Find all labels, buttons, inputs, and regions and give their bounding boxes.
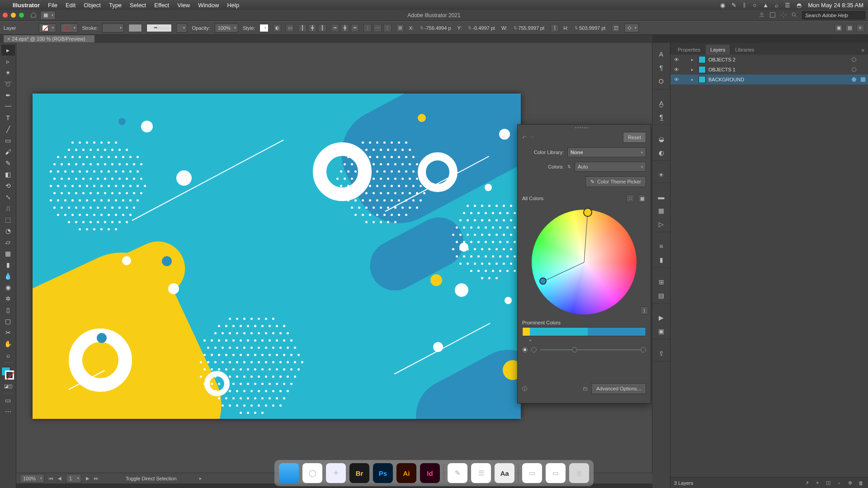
line-tool-icon[interactable]: ╱ xyxy=(1,124,15,135)
dock-doc1-icon[interactable]: ▭ xyxy=(522,463,542,483)
opentype-panel-icon[interactable]: O xyxy=(656,76,666,86)
menu-edit[interactable]: Edit xyxy=(66,2,75,9)
appearance-panel-icon[interactable]: ◒ xyxy=(656,134,666,144)
align-hcenter-icon[interactable]: ╋ xyxy=(308,24,316,32)
delete-layer-icon[interactable]: 🗑 xyxy=(857,479,864,487)
menu-effect[interactable]: Effect xyxy=(154,2,169,9)
menu-window[interactable]: Window xyxy=(198,2,219,9)
tab-properties[interactable]: Properties xyxy=(673,45,705,55)
stroke-weight-input[interactable] xyxy=(102,23,124,33)
eraser-tool-icon[interactable]: ◧ xyxy=(1,169,15,180)
direct-selection-tool-icon[interactable]: ▹ xyxy=(1,56,15,67)
transform-icon[interactable]: ⊞ xyxy=(396,24,404,32)
window-maximize[interactable] xyxy=(19,13,24,18)
target-icon[interactable] xyxy=(852,57,856,62)
align-left-icon[interactable]: ┃ xyxy=(298,24,307,32)
prominent-color-segment[interactable] xyxy=(530,328,588,336)
opacity-input[interactable]: 100% xyxy=(215,23,238,33)
edit-toolbar-icon[interactable]: ⋯ xyxy=(1,406,15,417)
dock-photoshop-icon[interactable]: Ps xyxy=(373,463,393,483)
para-styles-panel-icon[interactable]: ¶̲ xyxy=(656,112,666,122)
swatches-panel-icon[interactable]: ▦ xyxy=(656,206,666,216)
color-library-dropdown[interactable]: None xyxy=(567,147,646,157)
shape-props-icon[interactable]: ◫ xyxy=(612,24,620,32)
dock-textedit-icon[interactable]: ✎ xyxy=(448,463,467,483)
rectangle-tool-icon[interactable]: ▭ xyxy=(1,135,15,146)
artboard-next-icon[interactable]: ▶ xyxy=(86,476,90,481)
corner-dropdown[interactable]: ◇ xyxy=(624,23,639,33)
artboard-nav-input[interactable]: 1 xyxy=(66,474,81,483)
layer-expand-icon[interactable]: ▸ xyxy=(691,67,696,72)
panel-menu-icon[interactable]: ≡ xyxy=(856,24,864,32)
window-close[interactable] xyxy=(3,13,8,18)
prominent-color-segment[interactable] xyxy=(523,328,530,336)
edit-contents-icon[interactable]: ▤ xyxy=(845,24,854,32)
zoom-tool-icon[interactable]: ⌕ xyxy=(1,350,15,361)
link-wh-icon[interactable]: ⟆ xyxy=(551,24,559,32)
fill-color-dropdown[interactable] xyxy=(39,23,56,33)
clip-mask-icon[interactable]: ◫ xyxy=(825,479,832,487)
align-to-icon[interactable]: ▭ xyxy=(286,24,294,32)
brush-definition-dropdown[interactable]: ━ Basic xyxy=(146,24,172,32)
layer-expand-icon[interactable]: ▸ xyxy=(691,77,696,82)
gpu-icon[interactable] xyxy=(780,12,787,19)
reset-button[interactable]: Reset xyxy=(623,132,646,143)
document-tab[interactable]: ×24.eps* @ 100 % (RGB/Preview) xyxy=(4,35,94,42)
distribute-v-icon[interactable]: ⋯ xyxy=(373,24,382,32)
magic-wand-tool-icon[interactable]: ✴ xyxy=(1,67,15,78)
recolor-artwork-icon[interactable]: ◐ xyxy=(273,24,281,32)
blend-tool-icon[interactable]: ◉ xyxy=(1,282,15,293)
color-theme-picker-button[interactable]: ✎ Color Theme Picker xyxy=(585,176,646,187)
layer-row[interactable]: 👁 ▸ BACKGROUND xyxy=(670,75,868,84)
control-center-icon[interactable]: ☰ xyxy=(785,2,790,9)
menu-app-name[interactable]: Illustrator xyxy=(13,2,40,9)
type-tool-icon[interactable]: T xyxy=(1,113,15,123)
free-transform-tool-icon[interactable]: ⬚ xyxy=(1,214,15,225)
bluetooth-icon[interactable]: ᛒ xyxy=(743,2,746,9)
arrange-documents-icon[interactable] xyxy=(769,12,776,19)
width-input[interactable]: 755.9997 pt xyxy=(512,23,546,33)
align-bottom-icon[interactable]: ━ xyxy=(351,24,359,32)
dock-illustrator-icon[interactable]: Ai xyxy=(396,463,416,483)
export-layer-icon[interactable]: ⭷ xyxy=(803,479,810,487)
dock-trash-icon[interactable]: 🗑 xyxy=(569,463,589,483)
graph-tool-icon[interactable]: ▯ xyxy=(1,305,15,315)
siri-icon[interactable]: ◓ xyxy=(797,2,802,9)
dock-fontbook-icon[interactable]: Aa xyxy=(495,463,514,483)
distribute-spacing-icon[interactable]: ⋮ xyxy=(383,24,392,32)
menu-select[interactable]: Select xyxy=(130,2,146,9)
align-panel-icon[interactable]: ▤ xyxy=(656,291,666,300)
advanced-options-button[interactable]: Advanced Options... xyxy=(591,383,646,394)
transform-panel-icon[interactable]: ⊞ xyxy=(656,277,666,287)
dock-bridge-icon[interactable]: Br xyxy=(349,463,369,483)
rotate-tool-icon[interactable]: ⟲ xyxy=(1,180,15,191)
gradient-tool-icon[interactable]: ▮ xyxy=(1,259,15,270)
layer-row[interactable]: 👁 ▸ OBJECTS 2 xyxy=(670,55,868,65)
menu-help[interactable]: Help xyxy=(227,2,239,9)
menu-file[interactable]: File xyxy=(48,2,57,9)
artboard-first-icon[interactable]: ⏮ xyxy=(49,476,53,481)
undo-icon[interactable]: ↶ xyxy=(522,135,526,141)
symbols-panel-icon[interactable]: ☀ xyxy=(656,170,666,180)
curvature-tool-icon[interactable]: 〰 xyxy=(1,101,15,112)
color-list-icon[interactable]: ▦ xyxy=(638,194,646,202)
graphic-styles-panel-icon[interactable]: ◐ xyxy=(656,148,666,158)
menu-view[interactable]: View xyxy=(177,2,190,9)
menu-clock[interactable]: Mon May 24 8:35 AM xyxy=(808,2,863,9)
perspective-tool-icon[interactable]: ▱ xyxy=(1,237,15,248)
align-right-icon[interactable]: ┃ xyxy=(318,24,326,32)
variable-width-dropdown[interactable] xyxy=(128,24,142,32)
panel-menu-icon[interactable]: ≡ xyxy=(858,46,868,55)
layer-expand-icon[interactable]: ▸ xyxy=(691,57,696,62)
coord-y-input[interactable]: -0.4997 pt xyxy=(466,23,497,33)
symbol-sprayer-tool-icon[interactable]: ✲ xyxy=(1,293,15,304)
dock-doc2-icon[interactable]: ▭ xyxy=(546,463,566,483)
shape-builder-tool-icon[interactable]: ◔ xyxy=(1,225,15,236)
saturation-radio[interactable] xyxy=(522,347,528,352)
isolate-icon[interactable]: ▣ xyxy=(835,24,843,32)
visibility-icon[interactable]: 👁 xyxy=(673,77,679,82)
new-sublayer-icon[interactable]: ▫ xyxy=(835,479,843,487)
tab-libraries[interactable]: Libraries xyxy=(731,45,759,55)
color-mode-row[interactable]: ◪◫ xyxy=(1,380,15,391)
character-panel-icon[interactable]: A xyxy=(656,49,666,59)
